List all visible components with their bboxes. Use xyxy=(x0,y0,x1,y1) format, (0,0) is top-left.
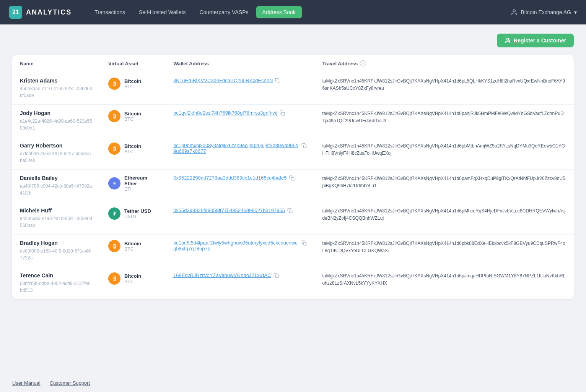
travel-address: taMgkZxSRVnc1n45KRFkJW812sJirGvBQjt7KAXs… xyxy=(322,207,566,222)
table-row: Michele Huff 942b66e0-c193-4a1b-8081-303… xyxy=(12,202,574,235)
customer-name: Kristen Adams xyxy=(20,78,93,84)
table-row: Danielle Bailey aa40f786-c004-42cb-80a5-… xyxy=(12,170,574,202)
col-header-virtual-asset: Virtual Asset xyxy=(101,55,166,72)
customer-uuid: aa40f786-c004-42cb-80a5-f47092a41f2b xyxy=(20,183,93,196)
copy-wallet-address-icon[interactable] xyxy=(275,78,280,84)
copy-wallet-address-icon[interactable] xyxy=(289,175,295,182)
travel-address-cell: taMgkZxSRVnc1n45KRFkJW812sJirGvBQjt7KAXs… xyxy=(314,235,574,267)
asset-ticker: BTC xyxy=(124,279,141,284)
asset-cell: ₮ Tether USD USDT xyxy=(101,202,166,235)
svg-rect-7 xyxy=(291,177,294,180)
top-actions: Register a Customer xyxy=(12,34,574,47)
travel-address-cell: taMgkZxSRVnc1n45KRFkJW812sJirGvBQjt7KAXs… xyxy=(314,137,574,170)
register-button-label: Register a Customer xyxy=(514,37,566,44)
asset-ticker: BTC xyxy=(124,84,141,89)
travel-address: taMgkZxSRVnc1n45KRFkJW812sJirGvBQjt7KAXs… xyxy=(322,110,566,125)
table-row: Bradley Hogan de83f005-e158-40f9-8d20-67… xyxy=(12,235,574,267)
svg-point-1 xyxy=(506,38,508,40)
svg-rect-4 xyxy=(277,80,280,83)
wallet-address-link[interactable]: bc1qvl2kfh8u2ssl74h769lk768gl78mrss3gnfn… xyxy=(173,110,277,116)
asset-icon-eth: Ξ xyxy=(108,177,120,190)
table-row: Terence Cain 03bfcf5b-ddbb-4804-acd9-313… xyxy=(12,267,574,300)
asset-name: Tether USD xyxy=(124,208,151,214)
table-row: Garry Robertson c7fd30ab-a563-487e-9227-… xyxy=(12,137,574,170)
asset-ticker: BTC xyxy=(124,117,141,122)
copy-wallet-address-icon[interactable] xyxy=(287,208,293,214)
wallet-address-cell: 168EcvRJRzrVoYZaVanuwVGhdoJ21xVtAC xyxy=(166,267,314,300)
travel-address: taMgkZxSRVnc1n45KRFkJW812sJirGvBQjt7KAXs… xyxy=(322,175,566,190)
asset-name: Bitcoin xyxy=(124,273,141,279)
travel-address-cell: taMgkZxSRVnc1n45KRFkJW812sJirGvBQjt7KAXs… xyxy=(314,72,574,105)
asset-cell: ₿ Bitcoin BTC xyxy=(101,235,166,267)
customer-name: Garry Robertson xyxy=(20,143,93,149)
asset-icon-btc: ₿ xyxy=(108,272,120,285)
name-cell: Michele Huff 942b66e0-c193-4a1b-8081-303… xyxy=(12,202,101,235)
customer-name: Terence Cain xyxy=(20,272,93,279)
asset-cell: ₿ Bitcoin BTC xyxy=(101,72,166,105)
table-header-row: Name Virtual Asset Wallet Address Travel… xyxy=(12,55,574,72)
copy-wallet-address-icon[interactable] xyxy=(273,273,279,279)
wallet-address-cell: bc1qvl2kfh8u2ssl74h769lk768gl78mrss3gnfn… xyxy=(166,105,314,137)
asset-icon-btc: ₿ xyxy=(108,78,120,90)
svg-rect-6 xyxy=(304,145,307,148)
table-row: Kristen Adams 450a3aae-c110-4165-9231-09… xyxy=(12,72,574,105)
copy-wallet-address-icon[interactable] xyxy=(280,110,285,117)
footer: User Manual Customer Support xyxy=(0,374,586,392)
copy-wallet-address-icon[interactable] xyxy=(301,240,307,247)
copy-wallet-address-icon[interactable] xyxy=(301,143,307,149)
col-header-wallet-address: Wallet Address xyxy=(166,55,314,72)
wallet-address-link[interactable]: 0x95222290dd7278aa3ddd389cc1e1d165cc4baf… xyxy=(173,175,286,181)
travel-address-cell: taMgkZxSRVnc1n45KRFkJW812sJirGvBQjt7KAXs… xyxy=(314,267,574,300)
nav-links: Transactions Self-Hosted Wallets Counter… xyxy=(88,6,498,18)
nav-user[interactable]: Bitcoin Exchange AG ▾ xyxy=(511,9,577,16)
nav-link-address-book[interactable]: Address Book xyxy=(256,6,302,18)
wallet-address-link[interactable]: 168EcvRJRzrVoYZaVanuwVGhdoJ21xVtAC xyxy=(173,272,271,278)
user-manual-link[interactable]: User Manual xyxy=(12,380,41,386)
table-container: Name Virtual Asset Wallet Address Travel… xyxy=(12,55,574,299)
asset-name: Bitcoin xyxy=(124,111,141,117)
wallet-address-link[interactable]: bc1p0pmxpjx008y3sfdjkx6zsp9eclje02ujuj8f… xyxy=(173,143,299,154)
asset-name: Ethereum Ether xyxy=(124,175,158,186)
wallet-address-link[interactable]: 0x55d398326f99059ff775485246999027b31979… xyxy=(173,207,285,213)
nav-link-counterparty-vasps[interactable]: Counterparty VASPs xyxy=(193,6,254,18)
customer-uuid: a1e4c22a-4026-4a99-aa60-523a5503c0d1 xyxy=(20,118,93,131)
customer-uuid: c7fd30ab-a563-487e-9227-606355be52eb xyxy=(20,150,93,164)
svg-rect-10 xyxy=(275,275,278,278)
asset-cell: ₿ Bitcoin BTC xyxy=(101,267,166,300)
customer-name: Bradley Hogan xyxy=(20,240,93,246)
asset-icon-btc: ₿ xyxy=(108,143,120,155)
svg-rect-5 xyxy=(282,112,285,115)
customer-uuid: 450a3aae-c110-4165-9231-090d63bf5ade xyxy=(20,85,93,99)
nav-link-transactions[interactable]: Transactions xyxy=(88,6,131,18)
wallet-address-link[interactable]: bc1pc5t5d4lpaar2twly5whghuw05utmyfyxcd5c… xyxy=(173,240,299,251)
wallet-address-cell: bc1p0pmxpjx008y3sfdjkx6zsp9eclje02ujuj8f… xyxy=(166,137,314,170)
customer-name: Michele Huff xyxy=(20,207,93,214)
asset-name: Bitcoin xyxy=(124,78,141,84)
nav-link-self-hosted-wallets[interactable]: Self-Hosted Wallets xyxy=(133,6,192,18)
asset-cell: ₿ Bitcoin BTC xyxy=(101,137,166,170)
wallet-address-link[interactable]: 3KLuEr6BtKVVC3aeFdsaPQ2uLRKcdEcnhN xyxy=(173,78,273,83)
col-header-name: Name xyxy=(12,55,101,72)
user-icon xyxy=(511,9,518,16)
name-cell: Bradley Hogan de83f005-e158-40f9-8d20-67… xyxy=(12,235,101,267)
address-book-table: Name Virtual Asset Wallet Address Travel… xyxy=(12,55,574,299)
navbar: 21 ANALYTICS Transactions Self-Hosted Wa… xyxy=(0,0,586,24)
register-customer-button[interactable]: Register a Customer xyxy=(497,34,574,47)
customer-name: Danielle Bailey xyxy=(20,175,93,181)
svg-rect-8 xyxy=(289,210,292,213)
travel-address: taMgkZxSRVnc1n45KRFkJW812sJirGvBQjt7KAXs… xyxy=(322,143,566,157)
chevron-down-icon: ▾ xyxy=(574,9,577,15)
travel-address-info-icon[interactable]: i xyxy=(360,60,366,66)
customer-support-link[interactable]: Customer Support xyxy=(50,380,90,386)
name-cell: Danielle Bailey aa40f786-c004-42cb-80a5-… xyxy=(12,170,101,202)
customer-uuid: 03bfcf5b-ddbb-4804-acd9-3137fe6bd513 xyxy=(20,280,93,294)
logo-text: ANALYTICS xyxy=(26,8,72,16)
logo-area: 21 ANALYTICS xyxy=(9,6,72,19)
wallet-address-cell: 0x95222290dd7278aa3ddd389cc1e1d165cc4baf… xyxy=(166,170,314,202)
asset-icon-btc: ₿ xyxy=(108,110,120,122)
asset-ticker: ETH xyxy=(124,186,158,192)
add-user-icon xyxy=(505,37,511,44)
customer-name: Jody Hogan xyxy=(20,110,93,116)
name-cell: Terence Cain 03bfcf5b-ddbb-4804-acd9-313… xyxy=(12,267,101,300)
travel-address: taMgkZxSRVnc1n45KRFkJW812sJirGvBQjt7KAXs… xyxy=(322,240,566,254)
